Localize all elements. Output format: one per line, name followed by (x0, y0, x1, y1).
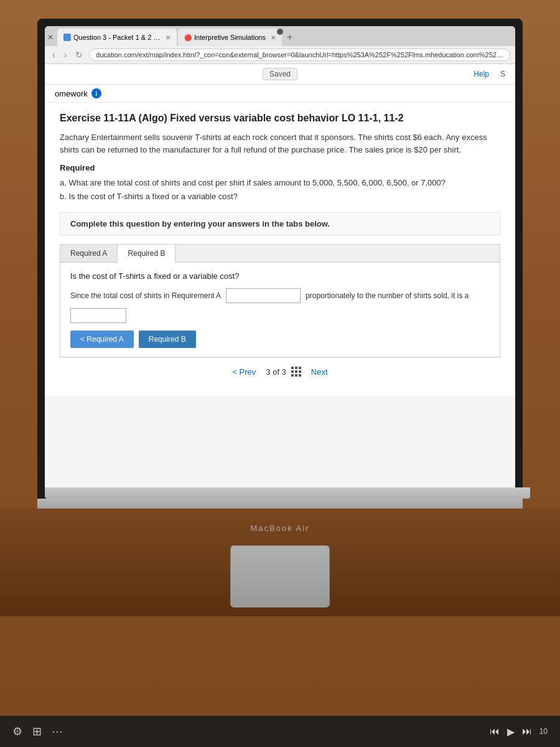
grid-dot-3 (299, 367, 301, 369)
next-button[interactable]: Next (311, 367, 328, 377)
top-bar-center: Saved (263, 68, 297, 80)
main-area: Exercise 11-11A (Algo) Fixed versus vari… (45, 103, 515, 395)
grid-dot-4 (291, 370, 294, 373)
tab-question: Is the cost of T-shirts a fixed or a var… (70, 271, 490, 281)
taskbar-apps-icon[interactable]: ⊞ (32, 725, 42, 738)
taskbar-gear-icon[interactable]: ⚙ (12, 725, 22, 738)
play-pause-icon[interactable]: ▶ (507, 726, 515, 738)
tab2-close[interactable]: ✕ (271, 34, 276, 41)
laptop-chin (37, 499, 523, 509)
exercise-title: Exercise 11-11A (Algo) Fixed versus vari… (60, 113, 500, 124)
tab-required-b[interactable]: Required B (118, 245, 175, 263)
new-tab-button[interactable]: + (283, 32, 296, 43)
tab2-label: Interpretive Simulations (194, 34, 266, 41)
grid-dot-6 (299, 370, 301, 373)
btn-back-required-a[interactable]: < Required A (70, 331, 134, 348)
answer-prefix: Since the total cost of shirts in Requir… (70, 291, 221, 300)
required-label: Required (60, 163, 500, 172)
taskbar: ⚙ ⊞ ⋯ ⏮ ▶ ⏭ 10 (0, 716, 560, 747)
media-forward-icon[interactable]: ⏭ (522, 726, 532, 737)
help-link[interactable]: Help (474, 70, 489, 78)
tab-required-a[interactable]: Required A (60, 245, 118, 262)
required-item-b: b. Is the cost of T-shirts a fixed or a … (60, 190, 500, 204)
volume-label: 10 (539, 727, 548, 736)
address-bar-row: ‹ › ↻ ducation.com/ext/map/index.html?_c… (45, 46, 515, 64)
nav-buttons: < Prev 3 of 3 (60, 357, 500, 385)
browser-chrome: ✕ Question 3 - Packet 1 & 2 Hom ✕ 🔴 Inte… (45, 26, 515, 487)
req-tab-buttons: < Required A Required B (70, 331, 490, 348)
page-content: Saved Help S omework i Exercise 11-11A (… (45, 64, 515, 487)
page-indicator: 3 of 3 (266, 367, 301, 377)
address-text: ducation.com/ext/map/index.html?_con=con… (96, 51, 510, 59)
grid-dot-2 (295, 367, 297, 369)
grid-dot-5 (295, 370, 297, 373)
tab1-label: Question 3 - Packet 1 & 2 Hom (73, 34, 161, 41)
address-bar[interactable]: ducation.com/ext/map/index.html?_con=con… (89, 49, 510, 61)
saved-badge: Saved (263, 68, 297, 80)
tab-panel-b: Is the cost of T-shirts a fixed or a var… (60, 263, 500, 357)
browser-tab-question3[interactable]: Question 3 - Packet 1 & 2 Hom ✕ (57, 29, 177, 46)
answer-row: Since the total cost of shirts in Requir… (70, 288, 490, 323)
loading-indicator (277, 29, 283, 35)
answer-input-1[interactable] (226, 288, 301, 303)
grid-dot-8 (295, 374, 297, 377)
top-bar-s: S (500, 70, 505, 78)
tab1-favicon (63, 34, 71, 41)
tabs-container: Required A Required B Is the cost of T-s… (60, 244, 500, 357)
grid-dot-1 (291, 367, 294, 369)
browser-tab-simulations[interactable]: 🔴 Interpretive Simulations ✕ (178, 29, 282, 46)
instructions-box: Complete this question by entering your … (60, 212, 500, 235)
homework-label: omework (55, 89, 88, 98)
top-bar: Saved Help S (45, 64, 515, 85)
tab1-close[interactable]: ✕ (166, 34, 170, 41)
taskbar-left: ⚙ ⊞ ⋯ (12, 725, 63, 738)
required-item-a: a. What are the total cost of shirts and… (60, 176, 500, 190)
media-back-icon[interactable]: ⏮ (490, 726, 500, 737)
answer-input-2[interactable] (70, 308, 126, 323)
top-bar-right: Help S (297, 70, 505, 78)
page-label: 3 of 3 (266, 367, 286, 377)
forward-button[interactable]: › (62, 49, 70, 61)
instructions-text: Complete this question by entering your … (70, 219, 330, 228)
grid-icon[interactable] (291, 367, 301, 377)
screen-bezel: ✕ Question 3 - Packet 1 & 2 Hom ✕ 🔴 Inte… (37, 19, 523, 499)
prev-button[interactable]: < Prev (232, 367, 256, 377)
info-icon[interactable]: i (91, 88, 101, 98)
btn-forward-required-b[interactable]: Required B (139, 331, 196, 348)
refresh-button[interactable]: ↻ (73, 49, 85, 61)
answer-middle: proportionately to the number of shirts … (306, 291, 469, 300)
laptop-bottom (45, 487, 530, 499)
grid-dot-9 (299, 374, 301, 377)
macbook-label: MacBook Air (251, 524, 310, 533)
required-items: a. What are the total cost of shirts and… (60, 176, 500, 204)
laptop-outer: ✕ Question 3 - Packet 1 & 2 Hom ✕ 🔴 Inte… (0, 0, 560, 747)
taskbar-right: ⏮ ▶ ⏭ 10 (490, 726, 548, 738)
required-section: Required a. What are the total cost of s… (60, 163, 500, 204)
taskbar-dots-icon[interactable]: ⋯ (52, 725, 63, 738)
back-button[interactable]: ‹ (50, 49, 58, 61)
trackpad[interactable] (230, 545, 330, 608)
tab-headers: Required A Required B (60, 245, 500, 263)
grid-dot-7 (291, 374, 294, 377)
laptop-base: MacBook Air (0, 509, 560, 616)
exercise-description: Zachary Entertainment sells souvenir T-s… (60, 131, 500, 156)
homework-bar: omework i (45, 85, 515, 103)
window-close[interactable]: ✕ (47, 33, 54, 42)
